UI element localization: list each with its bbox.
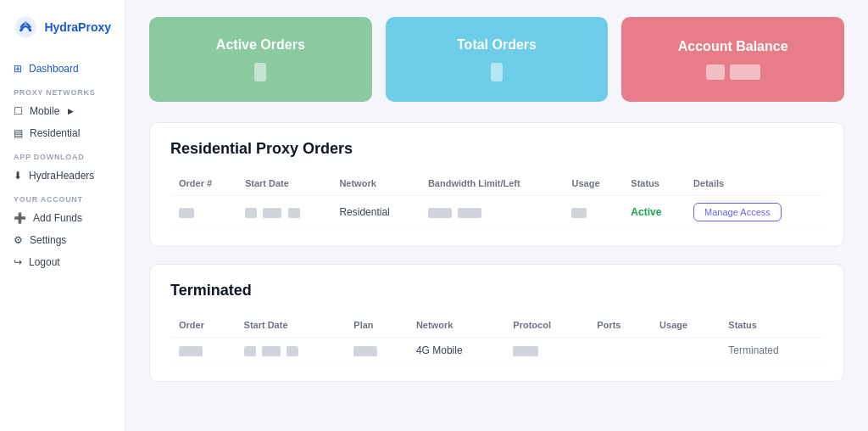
brand-name: HydraProxy — [44, 20, 111, 34]
row-network: Residential — [331, 196, 420, 229]
sidebar: HydraProxy ⊞ Dashboard PROXY NETWORKS ☐ … — [0, 0, 125, 431]
mobile-arrow-icon: ▶ — [68, 107, 74, 115]
total-orders-title: Total Orders — [457, 37, 537, 53]
col-t-usage: Usage — [651, 313, 720, 338]
col-t-protocol: Protocol — [504, 313, 588, 338]
manage-access-button[interactable]: Manage Access — [693, 203, 782, 221]
nav-settings[interactable]: ⚙ Settings — [0, 229, 125, 251]
col-t-plan: Plan — [345, 313, 408, 338]
logout-icon: ↪ — [14, 256, 22, 268]
col-network: Network — [331, 171, 420, 196]
row-details[interactable]: Manage Access — [685, 196, 823, 229]
row-status: Active — [622, 196, 685, 229]
t-row-ports — [588, 338, 651, 364]
row-order-num — [170, 196, 236, 229]
row-usage — [563, 196, 622, 229]
terminated-thead: Order Start Date Plan Network Protocol P… — [170, 313, 823, 338]
logo-area: HydraProxy — [0, 14, 125, 58]
col-t-start-date: Start Date — [236, 313, 346, 338]
nav-mobile-label: Mobile — [30, 105, 59, 117]
main-content: Active Orders Total Orders Account Balan… — [125, 0, 868, 431]
t-row-plan — [345, 338, 408, 364]
dashboard-icon: ⊞ — [14, 63, 22, 75]
nav-dashboard-label: Dashboard — [29, 63, 79, 75]
terminated-table: Order Start Date Plan Network Protocol P… — [170, 313, 823, 364]
svg-point-1 — [19, 29, 23, 32]
col-bandwidth: Bandwidth Limit/Left — [420, 171, 564, 196]
nav-residential[interactable]: ▤ Residential — [0, 122, 125, 144]
terminated-tbody: 4G Mobile Terminated — [170, 338, 823, 364]
active-orders-title: Active Orders — [216, 37, 305, 53]
nav-mobile[interactable]: ☐ Mobile ▶ — [0, 100, 125, 122]
table-row: 4G Mobile Terminated — [170, 338, 823, 364]
account-balance-value-row — [706, 64, 760, 80]
hydraproxy-logo-icon — [14, 14, 37, 41]
active-orders-value — [254, 63, 266, 81]
col-t-order: Order — [170, 313, 236, 338]
terminated-title: Terminated — [170, 282, 823, 299]
your-account-label: YOUR ACCOUNT — [0, 187, 125, 207]
t-row-order — [170, 338, 236, 364]
t-row-protocol — [504, 338, 588, 364]
row-bandwidth — [420, 196, 564, 229]
add-funds-icon: ➕ — [14, 212, 26, 224]
download-icon: ⬇ — [14, 170, 22, 182]
terminated-header-row: Order Start Date Plan Network Protocol P… — [170, 313, 823, 338]
col-usage: Usage — [563, 171, 622, 196]
proxy-networks-label: PROXY NETWORKS — [0, 80, 125, 100]
total-orders-card: Total Orders — [386, 17, 609, 102]
status-badge: Active — [631, 206, 661, 218]
residential-orders-tbody: Residential Active Manage Access — [170, 196, 823, 229]
active-orders-card: Active Orders — [149, 17, 372, 102]
nav-settings-label: Settings — [30, 234, 66, 246]
app-download-label: APP DOWNLOAD — [0, 144, 125, 165]
settings-icon: ⚙ — [14, 234, 23, 246]
t-row-start-date — [236, 338, 346, 364]
total-orders-value — [491, 63, 503, 81]
table-row: Residential Active Manage Access — [170, 196, 823, 229]
terminated-status-badge: Terminated — [728, 344, 778, 356]
residential-orders-header-row: Order # Start Date Network Bandwidth Lim… — [170, 171, 823, 196]
col-order-num: Order # — [170, 171, 236, 196]
nav-hydraheaders-label: HydraHeaders — [29, 170, 94, 182]
nav-hydraheaders[interactable]: ⬇ HydraHeaders — [0, 165, 125, 187]
nav-residential-label: Residential — [30, 127, 80, 139]
nav-dashboard[interactable]: ⊞ Dashboard — [0, 58, 125, 80]
svg-point-3 — [24, 21, 27, 25]
residential-orders-table: Order # Start Date Network Bandwidth Lim… — [170, 171, 823, 229]
t-row-network: 4G Mobile — [408, 338, 504, 364]
t-row-status: Terminated — [720, 338, 823, 364]
residential-orders-thead: Order # Start Date Network Bandwidth Lim… — [170, 171, 823, 196]
t-row-usage — [651, 338, 720, 364]
col-details: Details — [685, 171, 823, 196]
col-start-date: Start Date — [236, 171, 331, 196]
residential-orders-title: Residential Proxy Orders — [170, 140, 823, 158]
terminated-section: Terminated Order Start Date Plan Network… — [149, 264, 844, 382]
row-start-date — [236, 196, 331, 229]
col-t-ports: Ports — [588, 313, 651, 338]
svg-point-2 — [29, 29, 32, 32]
account-balance-amount — [730, 64, 760, 80]
stats-row: Active Orders Total Orders Account Balan… — [149, 17, 844, 102]
residential-orders-section: Residential Proxy Orders Order # Start D… — [149, 122, 844, 247]
account-balance-symbol — [706, 64, 725, 80]
col-status: Status — [622, 171, 685, 196]
residential-icon: ▤ — [14, 127, 23, 139]
nav-add-funds[interactable]: ➕ Add Funds — [0, 207, 125, 229]
col-t-status: Status — [720, 313, 823, 338]
nav-logout-label: Logout — [29, 256, 60, 268]
mobile-icon: ☐ — [14, 105, 23, 117]
account-balance-title: Account Balance — [678, 39, 788, 54]
nav-logout[interactable]: ↪ Logout — [0, 251, 125, 273]
col-t-network: Network — [408, 313, 504, 338]
nav-add-funds-label: Add Funds — [33, 212, 82, 224]
account-balance-card: Account Balance — [621, 17, 844, 102]
